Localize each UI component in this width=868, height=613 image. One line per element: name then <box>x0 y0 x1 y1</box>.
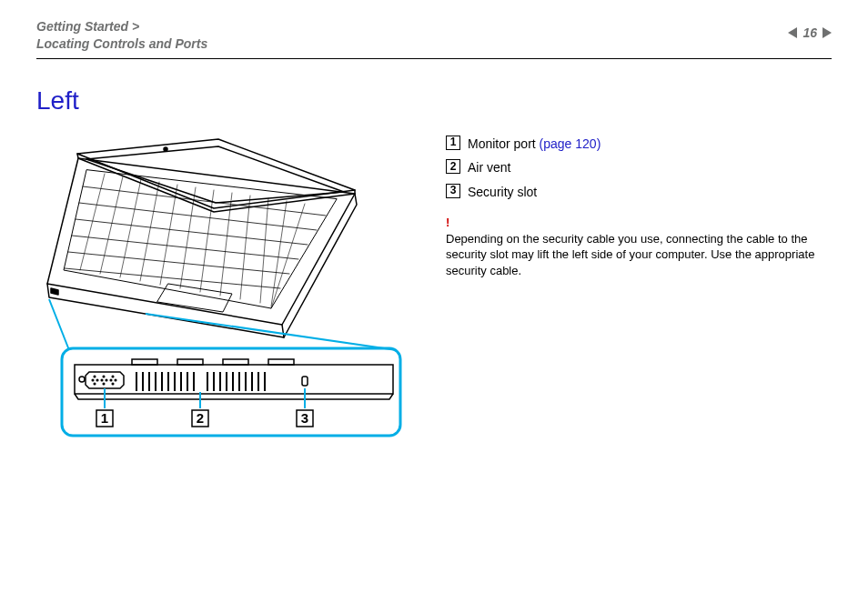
svg-point-0 <box>164 147 167 151</box>
svg-point-3 <box>92 379 94 381</box>
legend-item: 1 Monitor port (page 120) <box>446 134 832 154</box>
content-area: 1 2 3 1 Monitor port (page 120) 2 <box>36 134 832 443</box>
breadcrumb: Getting Started > Locating Controls and … <box>36 18 207 53</box>
svg-point-10 <box>103 376 105 377</box>
laptop-illustration: 1 2 3 <box>36 134 419 443</box>
document-page: Getting Started > Locating Controls and … <box>0 0 868 613</box>
svg-rect-16 <box>177 359 203 365</box>
breadcrumb-line-2: Locating Controls and Ports <box>36 36 207 51</box>
svg-point-11 <box>112 376 114 377</box>
legend-item: 2 Air vent <box>446 157 832 177</box>
svg-point-2 <box>79 377 85 382</box>
page-title: Left <box>36 86 832 116</box>
svg-point-12 <box>94 383 96 385</box>
prev-page-arrow-icon[interactable] <box>788 27 797 38</box>
page-header: Getting Started > Locating Controls and … <box>36 18 832 59</box>
svg-point-13 <box>103 383 105 385</box>
legend-text: Monitor port <box>468 136 536 151</box>
svg-rect-15 <box>132 359 157 365</box>
svg-point-7 <box>110 379 112 381</box>
callout-1-label: 1 <box>101 410 108 426</box>
legend-num-icon: 1 <box>446 136 460 150</box>
breadcrumb-line-1: Getting Started > <box>36 19 139 34</box>
legend-item: 3 Security slot <box>446 182 832 202</box>
svg-point-9 <box>94 376 96 377</box>
svg-point-8 <box>115 379 116 381</box>
legend: 1 Monitor port (page 120) 2 Air vent 3 S… <box>446 134 832 443</box>
page-reference-link[interactable]: (page 120) <box>540 136 601 151</box>
legend-num-icon: 2 <box>446 159 460 174</box>
svg-rect-17 <box>223 359 248 365</box>
next-page-arrow-icon[interactable] <box>823 27 832 38</box>
callout-2-label: 2 <box>197 410 204 426</box>
warning-icon: ! <box>446 215 832 231</box>
laptop-svg: 1 2 3 <box>36 134 419 443</box>
page-number: 16 <box>802 25 817 40</box>
svg-point-4 <box>96 379 98 381</box>
legend-text: Air vent <box>468 157 510 177</box>
legend-num-icon: 3 <box>446 184 460 198</box>
svg-point-5 <box>101 379 103 381</box>
svg-rect-18 <box>268 359 294 365</box>
legend-text: Security slot <box>468 182 537 202</box>
warning-note: ! Depending on the security cable you us… <box>446 215 832 278</box>
warning-text: Depending on the security cable you use,… <box>446 232 814 277</box>
svg-point-14 <box>112 383 114 385</box>
callout-3-label: 3 <box>301 410 308 426</box>
svg-rect-39 <box>302 377 308 386</box>
svg-point-6 <box>106 379 107 381</box>
page-navigation: 16 <box>788 18 832 40</box>
